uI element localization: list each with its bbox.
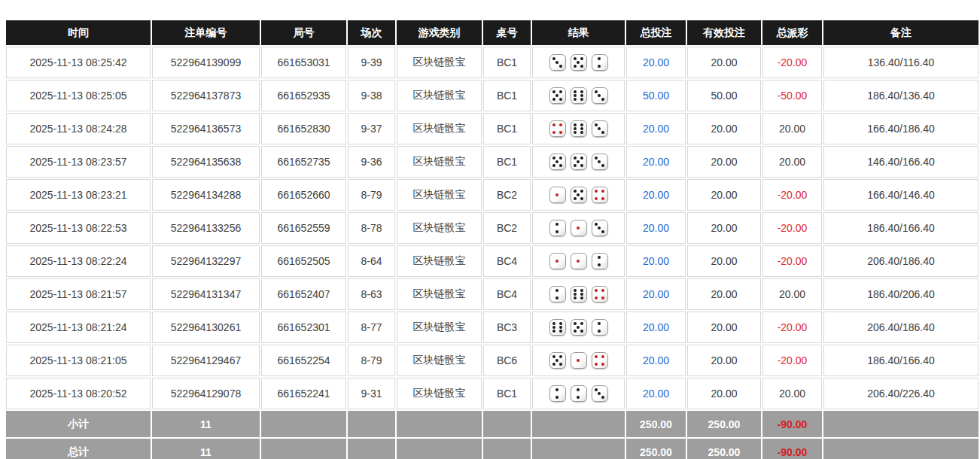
summary-label: 小计 [6,411,151,437]
die-1-icon [549,253,566,269]
cell-valid_bet: 20.00 [687,212,761,244]
die-2-icon [549,385,566,402]
cell-table_no: BC1 [483,378,531,409]
die-pip-empty [580,362,584,366]
header-row: 时间注单编号局号场次游戏类别桌号结果总投注有效投注总派彩备注 [6,20,978,45]
summary-empty [348,439,395,459]
cell-session: 8-64 [348,245,395,277]
die-pip [601,164,604,167]
die-5-icon [571,154,587,170]
die-pip-empty [598,130,601,134]
result-dice-cell [532,378,625,409]
subtotal-row: 小计11250.00250.00-90.00 [6,411,978,437]
die-3-icon [549,54,566,71]
cell-game: 区块链骰宝 [397,378,482,409]
die-4-icon [592,286,608,302]
die-pip-empty [580,326,584,330]
cell-valid_bet: 20.00 [687,47,761,78]
die-pip-empty [601,392,605,396]
cell-remark: 136.40/116.40 [823,47,978,78]
cell-game: 区块链骰宝 [397,245,482,277]
die-pip-empty [601,64,605,68]
cell-game: 区块链骰宝 [397,179,482,211]
cell-bet_no: 522964133256 [152,212,260,244]
cell-total_bet: 20.00 [626,345,686,376]
cell-bet_no: 522964132297 [152,245,260,277]
die-1-icon [571,352,587,369]
cell-total_bet: 20.00 [626,212,686,244]
column-header-time: 时间 [6,20,151,45]
die-5-icon [549,352,566,369]
summary-empty [532,411,625,437]
die-pip-empty [559,160,563,164]
die-pip [580,197,583,200]
die-pip-empty [598,196,601,200]
die-pip-empty [598,296,601,299]
cell-session: 8-78 [348,212,395,244]
die-pip-empty [601,226,605,230]
cell-session: 9-36 [348,146,395,178]
cell-time: 2025-11-13 08:22:53 [6,212,151,244]
die-4-icon [549,120,566,137]
die-2-icon [571,385,587,402]
result-dice-cell [532,212,625,244]
grand-total-row: 总计11250.00250.00-90.00 [6,439,978,459]
die-3-icon [592,87,608,104]
die-pip-empty [580,395,584,399]
die-pip-empty [601,293,605,296]
cell-remark: 206.40/186.40 [823,312,978,343]
cell-payout: -20.00 [762,312,822,343]
die-pip [559,322,562,325]
die-pip-empty [559,127,563,131]
cell-table_no: BC1 [483,80,531,111]
cell-session: 8-77 [348,312,395,343]
cell-valid_bet: 20.00 [687,312,761,343]
cell-table_no: BC1 [483,113,531,144]
column-header-bet_no: 注单编号 [152,20,260,45]
column-header-valid_bet: 有效投注 [687,20,761,45]
cell-round_no: 661652830 [261,113,346,144]
cell-payout: -50.00 [762,80,822,111]
cell-game: 区块链骰宝 [397,212,482,244]
cell-round_no: 661652559 [261,212,346,244]
die-pip [580,90,583,93]
summary-empty [348,411,395,437]
table-header: 时间注单编号局号场次游戏类别桌号结果总投注有效投注总派彩备注 [6,20,978,45]
cell-remark: 146.40/166.40 [823,146,978,178]
cell-session: 9-39 [348,47,395,78]
result-dice-cell [532,278,625,310]
cell-payout: -20.00 [762,345,822,376]
die-pip [580,123,583,126]
cell-session: 8-63 [348,278,395,310]
summary-empty [823,439,978,459]
column-header-result: 结果 [532,20,625,45]
cell-remark: 166.40/186.40 [823,113,978,144]
die-pip [580,131,583,134]
result-dice-cell [532,146,625,178]
die-4-icon [592,187,608,203]
cell-game: 区块链骰宝 [397,146,482,178]
summary-empty [483,411,531,437]
cell-payout: 20.00 [762,146,822,178]
die-pip-empty [577,296,580,299]
cell-bet_no: 522964131347 [152,278,260,310]
cell-total_bet: 20.00 [626,245,686,277]
die-pip-empty [559,296,563,299]
die-pip [580,127,583,130]
cell-bet_no: 522964137873 [152,80,260,111]
die-2-icon [549,220,566,236]
cell-table_no: BC2 [483,179,531,211]
cell-payout: -20.00 [762,212,822,244]
column-header-total_bet: 总投注 [626,20,686,45]
cell-bet_no: 522964135638 [152,146,260,178]
cell-time: 2025-11-13 08:25:42 [6,47,151,78]
die-pip-empty [552,296,556,299]
die-pip-empty [580,193,584,197]
result-dice-cell [532,245,625,277]
table-row: 2025-11-13 08:22:53522964133256661652559… [6,212,978,244]
cell-time: 2025-11-13 08:21:05 [6,345,151,376]
column-header-session: 场次 [348,20,395,45]
die-pip [580,98,583,101]
cell-remark: 186.40/166.40 [823,212,978,244]
die-pip-empty [595,329,598,333]
